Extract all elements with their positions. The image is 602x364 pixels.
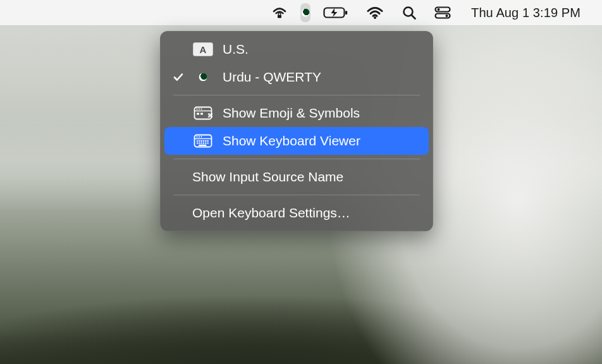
svg-rect-0 [278, 15, 281, 18]
vpn-lock-icon [271, 6, 288, 20]
svg-point-20 [197, 136, 198, 138]
svg-rect-16 [200, 113, 203, 115]
menubar-control-center-item[interactable] [426, 0, 460, 25]
svg-rect-26 [203, 140, 204, 142]
menubar-vpn-item[interactable] [262, 0, 297, 25]
clock-text: Thu Aug 1 3:19 PM [471, 6, 580, 20]
character-viewer-icon: ⌘ [188, 106, 218, 120]
menu-item-open-keyboard-settings[interactable]: Open Keyboard Settings… [164, 199, 429, 227]
menu-item-label: Show Input Source Name [168, 169, 343, 185]
battery-charging-icon [323, 6, 348, 19]
keyboard-viewer-icon [188, 134, 218, 148]
svg-rect-23 [197, 140, 198, 142]
menu-item-label: Show Keyboard Viewer [218, 133, 360, 149]
svg-point-14 [201, 109, 202, 110]
svg-point-9 [446, 15, 448, 17]
svg-rect-33 [205, 142, 206, 143]
svg-rect-35 [199, 145, 206, 146]
svg-line-5 [412, 15, 415, 19]
search-icon [402, 5, 417, 20]
svg-rect-2 [345, 11, 347, 15]
menu-separator [173, 159, 420, 159]
menu-item-emoji-symbols[interactable]: ⌘ Show Emoji & Symbols [164, 99, 429, 127]
input-source-label: Urdu - QWERTY [218, 70, 321, 85]
menu-item-keyboard-viewer[interactable]: Show Keyboard Viewer [164, 127, 429, 155]
svg-rect-15 [197, 113, 199, 115]
svg-point-3 [374, 16, 376, 19]
menu-item-label: Open Keyboard Settings… [168, 205, 350, 221]
menu-item-show-input-name[interactable]: Show Input Source Name [164, 163, 429, 191]
svg-rect-30 [199, 142, 200, 143]
svg-rect-29 [197, 142, 198, 143]
svg-text:⌘: ⌘ [207, 112, 212, 119]
input-source-label: U.S. [218, 42, 249, 57]
input-source-menu: A U.S. Urdu - QWERTY [160, 31, 433, 231]
svg-point-21 [199, 136, 200, 138]
svg-point-7 [438, 8, 440, 11]
checkmark-icon [168, 71, 188, 83]
svg-rect-24 [199, 140, 200, 142]
menubar-spotlight-item[interactable] [393, 0, 426, 25]
menubar-wifi-item[interactable] [357, 0, 393, 25]
svg-rect-25 [201, 140, 202, 142]
us-keyboard-icon: A [188, 42, 218, 56]
svg-rect-32 [203, 142, 204, 143]
menubar-input-source-item[interactable] [297, 0, 314, 25]
svg-point-13 [199, 109, 200, 110]
menubar-clock[interactable]: Thu Aug 1 3:19 PM [460, 0, 589, 25]
menu-separator [173, 95, 420, 95]
svg-rect-28 [207, 140, 209, 142]
svg-point-22 [201, 136, 202, 138]
menu-item-label: Show Emoji & Symbols [218, 106, 360, 121]
input-source-us[interactable]: A U.S. [164, 35, 429, 63]
menu-separator [173, 195, 420, 195]
svg-rect-31 [201, 142, 202, 143]
svg-point-12 [197, 109, 198, 110]
menubar: Thu Aug 1 3:19 PM [0, 0, 602, 25]
menubar-battery-item[interactable] [314, 0, 357, 25]
input-source-urdu[interactable]: Urdu - QWERTY [164, 63, 429, 91]
control-center-icon [434, 6, 451, 19]
wifi-icon [366, 6, 384, 20]
svg-rect-34 [207, 142, 209, 143]
svg-rect-27 [205, 140, 206, 142]
